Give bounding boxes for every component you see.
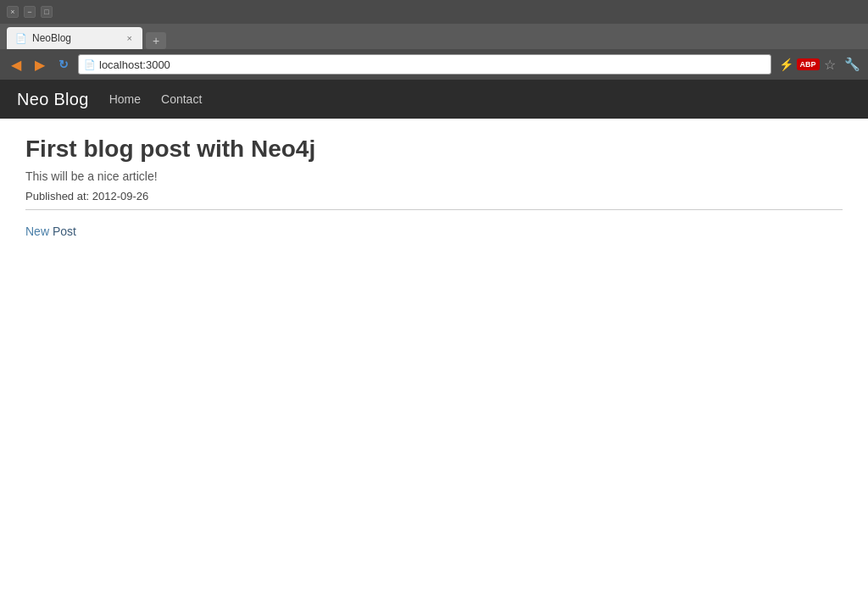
address-bar-container: 📄 (78, 54, 771, 75)
nav-link-contact[interactable]: Contact (161, 92, 202, 106)
back-button[interactable]: ◀ (7, 55, 25, 74)
post-excerpt: This will be a nice article! (25, 169, 843, 183)
tab-page-icon: 📄 (15, 33, 27, 44)
new-post-word-new: New (25, 225, 49, 238)
address-bar-page-icon: 📄 (84, 59, 96, 70)
refresh-button[interactable]: ↻ (54, 55, 73, 74)
window-minimize-btn[interactable]: − (24, 6, 36, 18)
post-divider (25, 209, 843, 210)
menu-btn[interactable]: 🔧 (843, 55, 861, 74)
new-post-word-post: Post (53, 225, 76, 238)
star-icon: ☆ (824, 57, 836, 73)
wrench-icon: 🔧 (844, 57, 860, 72)
app-brand: Neo Blog (17, 90, 89, 109)
address-bar-input[interactable] (99, 58, 765, 71)
forward-button[interactable]: ▶ (31, 55, 49, 74)
nav-link-home[interactable]: Home (109, 92, 141, 106)
nav-icons-right: ⚡ ABP ☆ 🔧 (776, 55, 861, 74)
abp-btn[interactable]: ABP (798, 55, 817, 74)
title-bar: × − □ (0, 0, 868, 24)
lightning-icon: ⚡ (779, 58, 793, 71)
tab-close-btn[interactable]: × (125, 31, 134, 45)
window-maximize-btn[interactable]: □ (41, 6, 53, 18)
page-content: First blog post with Neo4j This will be … (0, 119, 868, 593)
refresh-icon: ↻ (58, 58, 69, 71)
nav-bar: ◀ ▶ ↻ 📄 ⚡ ABP ☆ 🔧 (0, 49, 868, 80)
forward-arrow-icon: ▶ (35, 57, 45, 73)
bookmark-btn[interactable]: ☆ (821, 55, 839, 74)
browser-tab[interactable]: 📄 NeoBlog × (7, 27, 142, 49)
post-published-date: Published at: 2012-09-26 (25, 190, 843, 202)
abp-badge: ABP (797, 58, 820, 70)
tab-label: NeoBlog (32, 32, 71, 44)
post-title: First blog post with Neo4j (25, 136, 843, 163)
new-tab-btn[interactable]: + (146, 32, 166, 49)
published-date-value: 2012-09-26 (92, 190, 149, 202)
app-navbar: Neo Blog Home Contact (0, 80, 868, 119)
new-post-link[interactable]: New Post (25, 225, 76, 238)
window-close-btn[interactable]: × (7, 6, 19, 18)
published-label: Published at: (25, 190, 92, 202)
back-arrow-icon: ◀ (11, 57, 21, 73)
lightning-btn[interactable]: ⚡ (776, 55, 795, 74)
tab-bar: 📄 NeoBlog × + (0, 24, 868, 49)
browser-window: × − □ 📄 NeoBlog × + ◀ ▶ ↻ 📄 ⚡ (0, 0, 868, 593)
